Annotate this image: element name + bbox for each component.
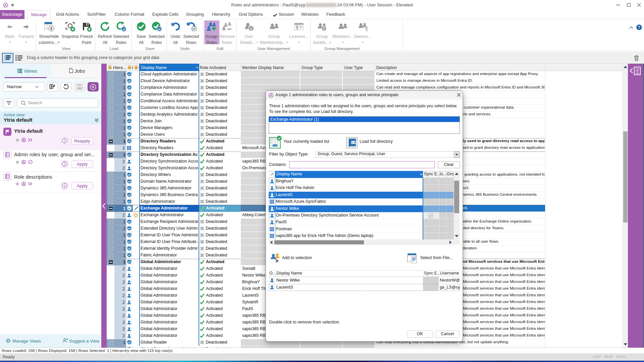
svg-text:?: ? [638,25,640,30]
